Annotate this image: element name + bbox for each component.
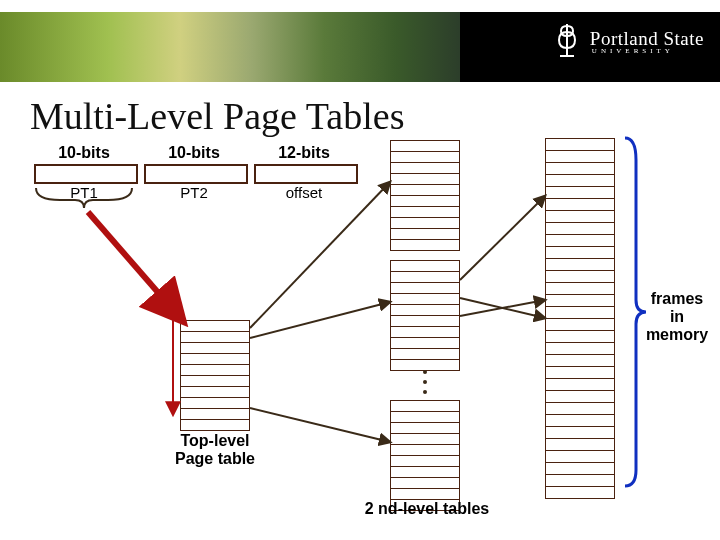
slide-title: Multi-Level Page Tables xyxy=(30,94,404,138)
second-level-label: 2 nd-level tables xyxy=(362,500,492,518)
va-box-pt1 xyxy=(34,164,138,184)
svg-line-6 xyxy=(460,298,545,318)
university-logo-icon xyxy=(552,22,582,62)
university-name: Portland State xyxy=(590,29,704,48)
va-box-pt2 xyxy=(144,164,248,184)
svg-line-7 xyxy=(460,300,545,316)
frames-table xyxy=(545,138,615,499)
svg-point-9 xyxy=(423,380,427,384)
va-field-offset: 12-bits offset xyxy=(254,144,354,201)
top-level-table xyxy=(180,320,250,431)
svg-line-4 xyxy=(250,408,390,442)
top-level-label: Top-level Page table xyxy=(165,432,265,468)
second-level-table xyxy=(390,140,460,251)
va-name-label: offset xyxy=(254,184,354,201)
va-name-label: PT1 xyxy=(34,184,134,201)
second-level-table xyxy=(390,260,460,371)
svg-line-2 xyxy=(250,182,390,328)
university-subtitle: UNIVERSITY xyxy=(590,48,704,55)
frames-label: frames in memory xyxy=(638,290,716,344)
table-row xyxy=(390,239,460,251)
va-box-offset xyxy=(254,164,358,184)
va-bits-label: 10-bits xyxy=(34,144,134,162)
va-field-pt2: 10-bits PT2 xyxy=(144,144,244,201)
table-row xyxy=(545,486,615,499)
va-bits-label: 12-bits xyxy=(254,144,354,162)
second-level-table xyxy=(390,400,460,511)
table-row xyxy=(180,419,250,431)
university-logo-block: Portland State UNIVERSITY xyxy=(552,22,704,62)
svg-line-0 xyxy=(88,212,182,320)
va-name-label: PT2 xyxy=(144,184,244,201)
svg-point-10 xyxy=(423,390,427,394)
va-bits-label: 10-bits xyxy=(144,144,244,162)
svg-line-5 xyxy=(460,196,545,280)
va-field-pt1: 10-bits PT1 xyxy=(34,144,134,201)
svg-line-3 xyxy=(250,302,390,338)
table-row xyxy=(390,359,460,371)
